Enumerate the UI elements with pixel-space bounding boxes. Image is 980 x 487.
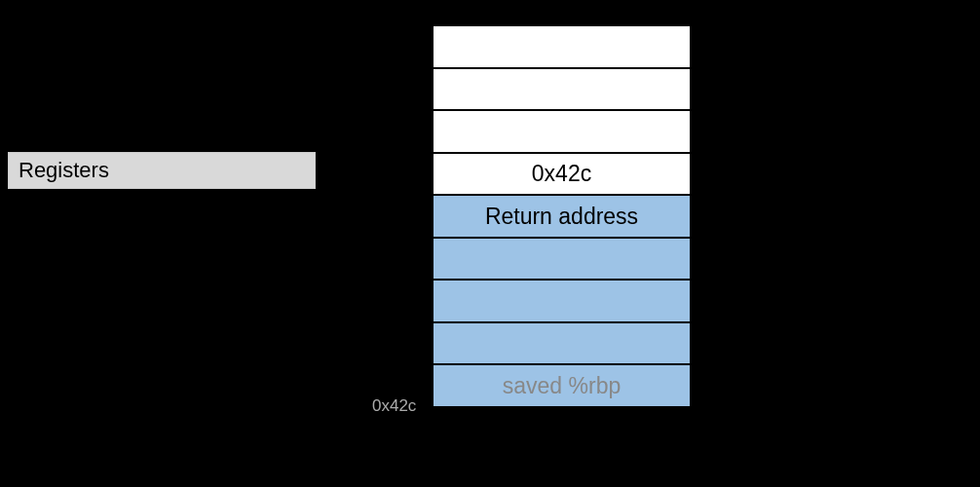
address-label: 0x42c	[372, 396, 416, 416]
registers-label: Registers	[19, 158, 109, 183]
stack-cell-4: Return address	[432, 194, 692, 239]
stack-cell-2	[432, 109, 692, 154]
registers-header: Registers	[8, 152, 316, 189]
stack-cell-8: saved %rbp	[432, 363, 692, 408]
stack-cell-1	[432, 67, 692, 112]
stack-cell-7	[432, 321, 692, 366]
stack-cell-6	[432, 279, 692, 323]
stack-cell-3: 0x42c	[432, 152, 692, 197]
stack-cell-5	[432, 237, 692, 281]
stack-cell-0	[432, 24, 692, 69]
stack-diagram: 0x42cReturn addresssaved %rbp	[432, 24, 692, 408]
